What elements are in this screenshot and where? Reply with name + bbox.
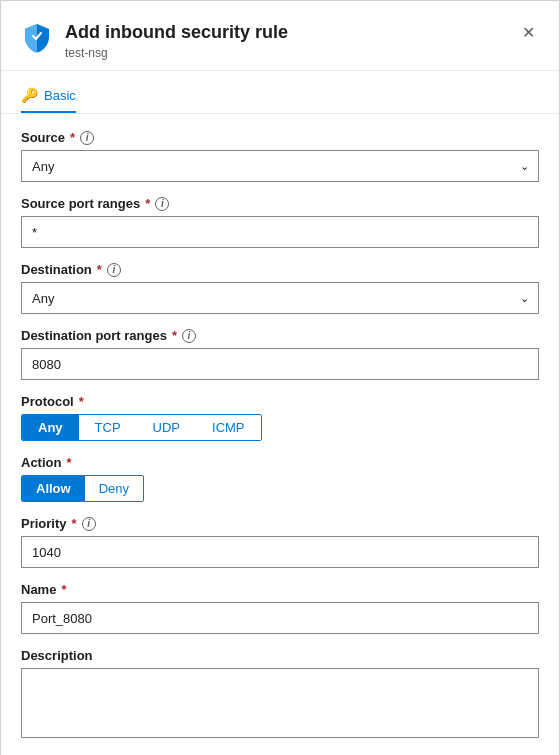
source-port-ranges-label: Source port ranges * i: [21, 196, 539, 211]
description-label: Description: [21, 648, 539, 663]
add-inbound-security-rule-dialog: Add inbound security rule test-nsg ✕ 🔑 B…: [0, 0, 560, 755]
protocol-tcp-button[interactable]: TCP: [79, 415, 137, 440]
action-toggle-group: Allow Deny: [21, 475, 144, 502]
name-input[interactable]: [21, 602, 539, 634]
source-port-ranges-input[interactable]: [21, 216, 539, 248]
source-select-wrapper: Any IP Addresses Service Tag Application…: [21, 150, 539, 182]
shield-icon: [21, 21, 53, 53]
source-select[interactable]: Any IP Addresses Service Tag Application…: [21, 150, 539, 182]
action-allow-button[interactable]: Allow: [22, 476, 85, 501]
form-body: Source * i Any IP Addresses Service Tag …: [1, 114, 559, 755]
protocol-required: *: [79, 394, 84, 409]
protocol-group: Protocol * Any TCP UDP ICMP: [21, 394, 539, 441]
priority-input[interactable]: [21, 536, 539, 568]
dialog-title: Add inbound security rule: [65, 21, 288, 44]
destination-port-info-icon[interactable]: i: [182, 329, 196, 343]
source-port-info-icon[interactable]: i: [155, 197, 169, 211]
protocol-label: Protocol *: [21, 394, 539, 409]
destination-group: Destination * i Any IP Addresses Service…: [21, 262, 539, 314]
action-required: *: [66, 455, 71, 470]
destination-port-ranges-group: Destination port ranges * i: [21, 328, 539, 380]
destination-label: Destination * i: [21, 262, 539, 277]
source-port-required: *: [145, 196, 150, 211]
dialog-header: Add inbound security rule test-nsg ✕: [1, 1, 559, 71]
source-required: *: [70, 130, 75, 145]
priority-info-icon[interactable]: i: [82, 517, 96, 531]
header-text: Add inbound security rule test-nsg: [65, 21, 288, 60]
destination-select-wrapper: Any IP Addresses Service Tag Application…: [21, 282, 539, 314]
key-icon: 🔑: [21, 87, 38, 103]
tab-basic-label: Basic: [44, 88, 76, 103]
source-label: Source * i: [21, 130, 539, 145]
destination-port-ranges-label: Destination port ranges * i: [21, 328, 539, 343]
destination-port-required: *: [172, 328, 177, 343]
close-button[interactable]: ✕: [518, 21, 539, 45]
priority-group: Priority * i: [21, 516, 539, 568]
description-group: Description: [21, 648, 539, 741]
description-textarea[interactable]: [21, 668, 539, 738]
action-group: Action * Allow Deny: [21, 455, 539, 502]
source-group: Source * i Any IP Addresses Service Tag …: [21, 130, 539, 182]
protocol-udp-button[interactable]: UDP: [137, 415, 196, 440]
header-left: Add inbound security rule test-nsg: [21, 21, 288, 60]
source-info-icon[interactable]: i: [80, 131, 94, 145]
dialog-subtitle: test-nsg: [65, 46, 288, 60]
destination-port-ranges-input[interactable]: [21, 348, 539, 380]
priority-label: Priority * i: [21, 516, 539, 531]
action-label: Action *: [21, 455, 539, 470]
protocol-any-button[interactable]: Any: [22, 415, 79, 440]
action-deny-button[interactable]: Deny: [85, 476, 143, 501]
priority-required: *: [72, 516, 77, 531]
source-port-ranges-group: Source port ranges * i: [21, 196, 539, 248]
name-label: Name *: [21, 582, 539, 597]
tabs-section: 🔑 Basic: [1, 71, 559, 114]
name-group: Name *: [21, 582, 539, 634]
name-required: *: [61, 582, 66, 597]
tab-basic[interactable]: 🔑 Basic: [21, 81, 76, 113]
protocol-toggle-group: Any TCP UDP ICMP: [21, 414, 262, 441]
destination-info-icon[interactable]: i: [107, 263, 121, 277]
destination-required: *: [97, 262, 102, 277]
protocol-icmp-button[interactable]: ICMP: [196, 415, 261, 440]
destination-select[interactable]: Any IP Addresses Service Tag Application…: [21, 282, 539, 314]
